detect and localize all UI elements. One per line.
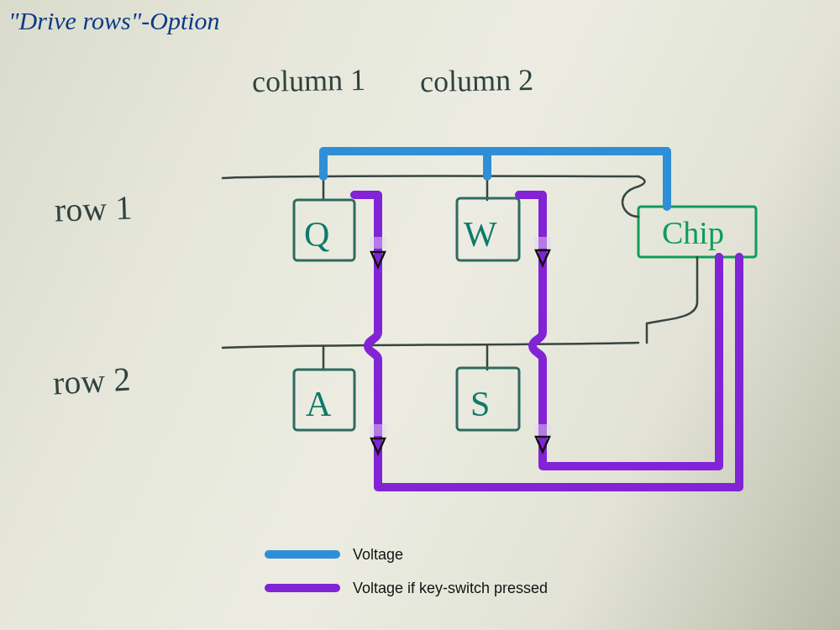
diagram-svg: Q W A S Chip — [0, 0, 840, 630]
chip-label: Chip — [662, 215, 724, 250]
key-s-letter: S — [470, 385, 490, 423]
key-w-letter: W — [464, 215, 497, 254]
row1-bus-wire — [223, 176, 638, 179]
diagram-canvas: { "title": "\"Drive rows\"-Option", "lab… — [0, 0, 840, 630]
chip-to-row2 — [647, 257, 697, 343]
chip-to-row1 — [622, 176, 644, 217]
diode-a — [370, 424, 386, 436]
diode-s — [534, 424, 551, 436]
key-q-letter: Q — [304, 215, 329, 254]
row2-bus-wire — [223, 343, 638, 348]
key-a-letter: A — [306, 385, 332, 423]
diode-w — [534, 237, 551, 249]
diode-q — [370, 237, 386, 249]
